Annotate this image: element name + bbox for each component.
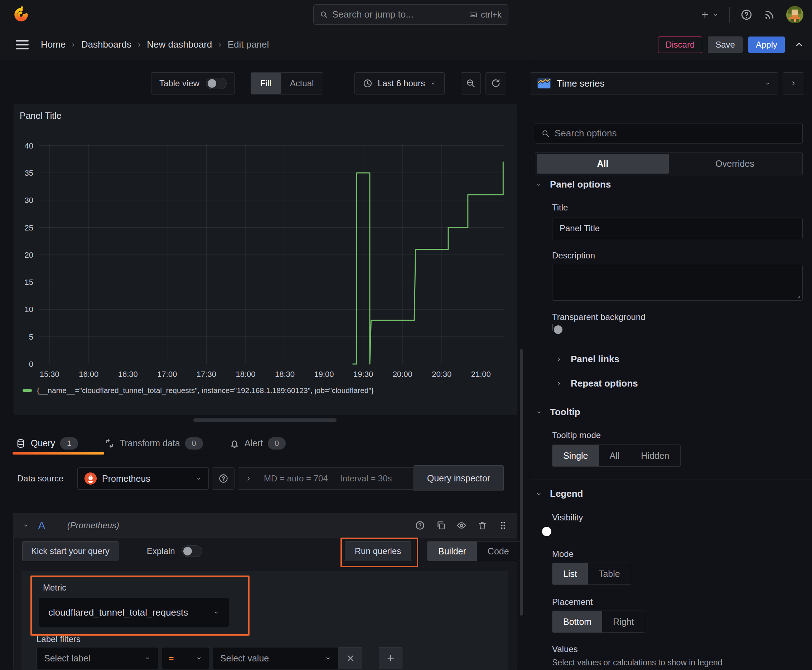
table-view-toggle[interactable] [206, 78, 227, 89]
metric-select[interactable]: cloudflared_tunnel_total_requests [39, 598, 229, 627]
label-filters-label: Label filters [37, 634, 81, 644]
tab-transform-data[interactable]: Transform data 0 [105, 437, 203, 450]
tooltip-mode-switch: Single All Hidden [552, 445, 681, 467]
query-inspector-button[interactable]: Query inspector [414, 465, 504, 491]
time-series-viz-icon [537, 78, 551, 89]
drag-grip-icon[interactable] [498, 520, 508, 530]
zoom-out-button[interactable] [461, 72, 481, 95]
chevron-down-icon [430, 80, 436, 86]
save-button[interactable]: Save [708, 37, 742, 53]
max-datapoints-stat: MD = auto = 704 [264, 474, 328, 484]
description-textarea[interactable] [552, 265, 803, 301]
avatar-pixel-art [786, 6, 804, 23]
chevron-down-icon [765, 80, 771, 86]
tab-overrides[interactable]: Overrides [669, 154, 801, 174]
expand-chevron-right-icon[interactable] [245, 475, 252, 482]
operator-dropdown[interactable]: = [162, 647, 209, 669]
legend-mode-list[interactable]: List [553, 563, 588, 584]
panel-options-heading: Panel options [550, 179, 611, 190]
breadcrumb-new-dashboard[interactable]: New dashboard [147, 39, 212, 50]
collapse-chevron-down-icon[interactable] [22, 522, 29, 529]
toggle-visibility-eye-icon[interactable] [456, 520, 466, 530]
add-filter-button[interactable] [379, 647, 402, 669]
duplicate-query-icon[interactable] [436, 520, 446, 530]
resize-handle-icon[interactable] [795, 293, 801, 299]
discard-button[interactable]: Discard [658, 37, 702, 53]
legend-mode-table[interactable]: Table [588, 563, 631, 584]
breadcrumb-dashboards[interactable]: Dashboards [81, 39, 131, 50]
repeat-options-section-header[interactable]: Repeat options [556, 378, 638, 389]
new-menu-button[interactable] [700, 10, 719, 20]
explain-toggle[interactable] [181, 545, 202, 557]
legend-placement-bottom[interactable]: Bottom [553, 611, 602, 633]
breadcrumb-home[interactable]: Home [41, 39, 66, 50]
refresh-button[interactable] [485, 72, 506, 95]
time-range-picker[interactable]: Last 6 hours [354, 72, 445, 95]
legend-placement-label: Placement [552, 597, 593, 607]
tab-all[interactable]: All [537, 154, 669, 174]
apply-button[interactable]: Apply [748, 37, 785, 53]
run-queries-button[interactable]: Run queries [345, 541, 411, 561]
query-help-icon[interactable] [415, 520, 425, 530]
legend-placement-right[interactable]: Right [602, 611, 644, 633]
nav-bar: Home › Dashboards › New dashboard › Edit… [0, 29, 812, 60]
delete-query-trash-icon[interactable] [477, 520, 487, 530]
select-label-placeholder: Select label [44, 653, 90, 663]
select-value-dropdown[interactable]: Select value [213, 647, 339, 669]
actual-option[interactable]: Actual [281, 73, 323, 94]
tab-query[interactable]: Query 1 [16, 437, 78, 450]
datasource-picker[interactable]: Prometheus [77, 467, 209, 490]
svg-text:20: 20 [25, 250, 33, 259]
series-label[interactable]: {__name__="cloudflared_tunnel_total_requ… [37, 386, 374, 395]
resize-drag-handle[interactable] [193, 418, 337, 422]
tooltip-mode-hidden[interactable]: Hidden [630, 445, 680, 466]
options-tabs: All Overrides [535, 152, 803, 175]
clock-icon [363, 78, 373, 88]
chevron-down-icon [213, 609, 219, 616]
query-row-header[interactable]: A (Prometheus) [13, 513, 517, 538]
keyboard-icon [470, 11, 477, 19]
tooltip-section-header[interactable]: Tooltip [536, 406, 580, 418]
svg-text:35: 35 [25, 169, 33, 178]
builder-option[interactable]: Builder [427, 541, 477, 561]
description-label: Description [552, 250, 595, 261]
panel-links-section-header[interactable]: Panel links [556, 354, 619, 365]
grafana-logo[interactable] [12, 6, 30, 25]
svg-text:17:00: 17:00 [157, 370, 177, 379]
prometheus-icon [84, 472, 97, 485]
chart-panel[interactable]: Panel Title 051015202530354015:3016:0016… [14, 105, 517, 415]
datasource-help-button[interactable] [212, 467, 234, 490]
legend-heading: Legend [550, 488, 583, 499]
visualization-picker[interactable]: Time series [530, 72, 778, 95]
transparent-background-label: Transparent background [552, 312, 646, 322]
database-icon [16, 438, 26, 448]
search-options-input[interactable]: Search options [535, 123, 803, 144]
tooltip-mode-all[interactable]: All [599, 445, 631, 466]
global-search-input[interactable]: Search or jump to... ctrl+k [313, 4, 509, 25]
menu-toggle-button[interactable] [16, 37, 29, 52]
top-bar: Search or jump to... ctrl+k [0, 0, 812, 29]
panel-options-section-header[interactable]: Panel options [536, 179, 611, 190]
help-icon[interactable] [741, 8, 753, 21]
interval-stat: Interval = 30s [340, 474, 392, 484]
tab-alert[interactable]: Alert 0 [229, 437, 286, 450]
legend-section-header[interactable]: Legend [536, 488, 583, 499]
code-option[interactable]: Code [477, 541, 520, 561]
transparent-background-toggle[interactable] [552, 324, 553, 331]
fill-option[interactable]: Fill [251, 73, 281, 94]
collapse-sidebar-button[interactable] [783, 72, 804, 95]
zoom-out-icon [466, 78, 476, 88]
select-label-dropdown[interactable]: Select label [37, 647, 158, 669]
svg-text:19:30: 19:30 [353, 370, 373, 379]
vertical-scrollbar[interactable] [520, 349, 523, 616]
tooltip-mode-single[interactable]: Single [553, 445, 599, 466]
breadcrumb: Home › Dashboards › New dashboard › Edit… [16, 29, 269, 60]
collapse-header-chevron-up-icon[interactable] [794, 40, 804, 50]
panel-title-input[interactable] [552, 218, 803, 239]
series-color-swatch [22, 389, 32, 392]
kick-start-query-button[interactable]: Kick start your query [22, 541, 119, 561]
remove-filter-button[interactable] [339, 647, 362, 669]
news-rss-icon[interactable] [763, 8, 775, 21]
user-avatar[interactable] [786, 6, 804, 23]
active-tab-indicator [12, 452, 104, 455]
